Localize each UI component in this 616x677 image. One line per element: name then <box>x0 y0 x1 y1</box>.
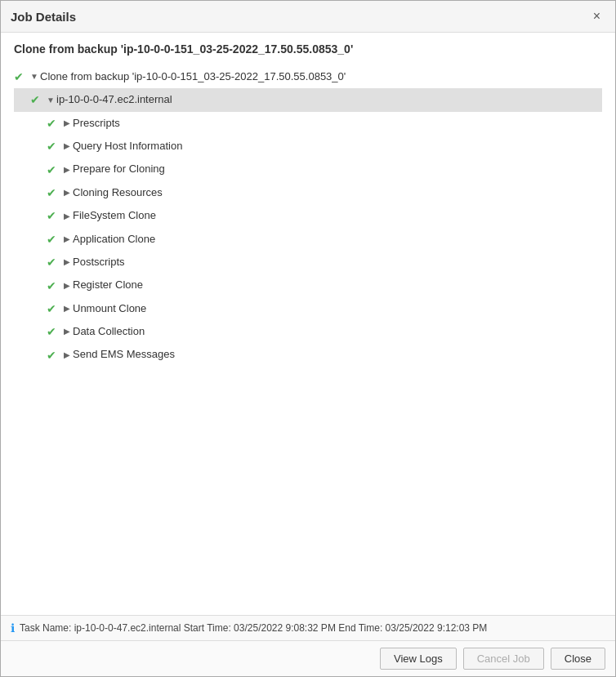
info-icon: ℹ <box>11 621 15 635</box>
expand-arrow-icon[interactable]: ▶ <box>61 163 73 176</box>
tree-root-item: ✔ ▼ Clone from backup 'ip-10-0-0-151_03-… <box>14 65 602 88</box>
list-item: ✔ ▶ Register Clone <box>14 274 602 297</box>
item-label-prepare-cloning: Prepare for Cloning <box>73 161 165 178</box>
expand-arrow-icon[interactable]: ▼ <box>29 70 40 83</box>
list-item: ✔ ▶ Postscripts <box>14 251 602 274</box>
expand-arrow-icon[interactable]: ▶ <box>61 325 73 338</box>
footer-info-text: Task Name: ip-10-0-0-47.ec2.internal Sta… <box>20 622 487 634</box>
list-item: ✔ ▶ FileSystem Clone <box>14 204 602 227</box>
list-item: ✔ ▶ Data Collection <box>14 320 602 343</box>
item-label-filesystem-clone: FileSystem Clone <box>73 207 156 225</box>
expand-arrow-icon[interactable]: ▶ <box>61 302 73 315</box>
check-icon: ✔ <box>47 207 61 225</box>
cancel-job-button[interactable]: Cancel Job <box>463 648 544 670</box>
item-label-unmount-clone: Unmount Clone <box>73 301 146 318</box>
list-item: ✔ ▶ Cloning Resources <box>14 181 602 204</box>
expand-arrow-icon[interactable]: ▶ <box>61 186 73 199</box>
expand-arrow-icon[interactable]: ▶ <box>61 256 73 269</box>
expand-arrow-icon[interactable]: ▶ <box>61 233 73 246</box>
check-icon: ✔ <box>47 346 61 364</box>
check-icon: ✔ <box>30 91 45 109</box>
list-item: ✔ ▶ Prepare for Cloning <box>14 158 602 181</box>
job-tree: ✔ ▼ Clone from backup 'ip-10-0-0-151_03-… <box>14 65 602 367</box>
check-icon: ✔ <box>47 277 61 295</box>
dialog-title: Job Details <box>11 10 76 24</box>
item-label-postscripts: Postscripts <box>73 254 125 271</box>
footer-info-bar: ℹ Task Name: ip-10-0-0-47.ec2.internal S… <box>1 615 615 640</box>
item-label-cloning-resources: Cloning Resources <box>73 185 163 202</box>
check-icon: ✔ <box>14 68 29 86</box>
list-item: ✔ ▶ Prescripts <box>14 112 602 135</box>
list-item: ✔ ▶ Send EMS Messages <box>14 344 602 367</box>
item-label-application-clone: Application Clone <box>73 231 155 248</box>
close-icon-button[interactable]: × <box>588 7 605 25</box>
item-label-register-clone: Register Clone <box>73 277 143 294</box>
expand-arrow-icon[interactable]: ▶ <box>61 210 73 223</box>
item-label-query-host: Query Host Information <box>73 138 182 155</box>
tree-host-item: ✔ ▼ ip-10-0-0-47.ec2.internal <box>14 88 602 111</box>
list-item: ✔ ▶ Query Host Information <box>14 135 602 158</box>
tree-root-label: Clone from backup 'ip-10-0-0-151_03-25-2… <box>40 69 346 86</box>
check-icon: ✔ <box>47 230 61 248</box>
backup-title: Clone from backup 'ip-10-0-0-151_03-25-2… <box>14 42 602 56</box>
item-label-data-collection: Data Collection <box>73 323 145 341</box>
job-details-dialog: Job Details × Clone from backup 'ip-10-0… <box>0 0 616 677</box>
list-item: ✔ ▶ Unmount Clone <box>14 297 602 320</box>
expand-arrow-icon[interactable]: ▼ <box>45 94 56 107</box>
item-label-send-ems: Send EMS Messages <box>73 346 175 363</box>
check-icon: ✔ <box>47 137 61 155</box>
dialog-header: Job Details × <box>1 1 615 33</box>
expand-arrow-icon[interactable]: ▶ <box>61 279 73 292</box>
expand-arrow-icon[interactable]: ▶ <box>61 140 73 153</box>
view-logs-button[interactable]: View Logs <box>380 648 457 670</box>
item-label-prescripts: Prescripts <box>73 115 120 132</box>
expand-arrow-icon[interactable]: ▶ <box>61 349 73 362</box>
check-icon: ✔ <box>47 161 61 179</box>
check-icon: ✔ <box>47 184 61 202</box>
check-icon: ✔ <box>47 300 61 318</box>
tree-host-label: ip-10-0-0-47.ec2.internal <box>56 91 172 109</box>
close-button[interactable]: Close <box>551 648 605 670</box>
check-icon: ✔ <box>47 253 61 271</box>
dialog-content: Clone from backup 'ip-10-0-0-151_03-25-2… <box>1 33 615 615</box>
check-icon: ✔ <box>47 323 61 341</box>
expand-arrow-icon[interactable]: ▶ <box>61 117 73 130</box>
list-item: ✔ ▶ Application Clone <box>14 228 602 251</box>
check-icon: ✔ <box>47 114 61 132</box>
dialog-footer-buttons: View Logs Cancel Job Close <box>1 640 615 676</box>
